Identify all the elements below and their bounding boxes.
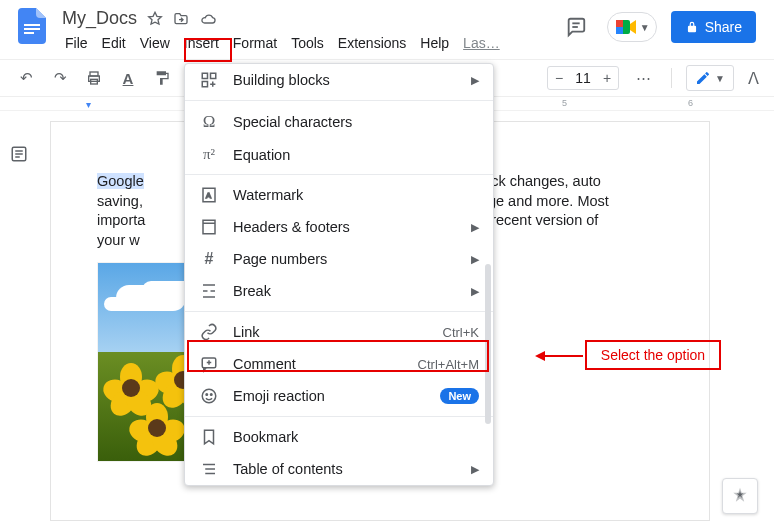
spellcheck-icon[interactable]: A: [114, 64, 142, 92]
menu-item-page-numbers[interactable]: #Page numbers▶: [185, 243, 493, 275]
meet-button[interactable]: ▼: [607, 12, 657, 42]
editing-mode-button[interactable]: ▼: [686, 65, 734, 91]
menu-insert[interactable]: Insert: [177, 32, 226, 54]
svg-rect-6: [616, 20, 623, 27]
menu-item-label: Headers & footers: [233, 219, 457, 235]
font-size-decrease[interactable]: −: [548, 67, 570, 89]
menu-item-label: Bookmark: [233, 429, 479, 445]
svg-rect-15: [202, 73, 207, 78]
lock-icon: [685, 20, 699, 34]
ruler-mark: 6: [688, 98, 693, 108]
svg-rect-0: [24, 24, 40, 26]
menu-edit[interactable]: Edit: [95, 32, 133, 54]
emoji-icon: [199, 387, 219, 405]
menu-item-label: Watermark: [233, 187, 479, 203]
submenu-arrow-icon: ▶: [471, 74, 479, 87]
undo-icon[interactable]: ↶: [12, 64, 40, 92]
menubar: FileEditViewInsertFormatToolsExtensionsH…: [58, 31, 559, 55]
menu-item-building-blocks[interactable]: Building blocks▶: [185, 64, 493, 96]
star-icon[interactable]: [147, 11, 163, 27]
move-icon[interactable]: [173, 11, 189, 27]
svg-text:A: A: [206, 191, 211, 200]
submenu-arrow-icon: ▶: [471, 221, 479, 234]
menu-separator: [185, 174, 493, 175]
font-size-control: − 11 +: [547, 66, 619, 90]
chevron-down-icon: ▼: [640, 22, 650, 33]
menu-item-label: Break: [233, 283, 457, 299]
shortcut-label: Ctrl+Alt+M: [418, 357, 479, 372]
ruler-mark: 5: [562, 98, 567, 108]
docs-logo[interactable]: [12, 6, 52, 46]
bookmark-icon: [199, 428, 219, 446]
explore-button[interactable]: [722, 478, 758, 514]
redo-icon[interactable]: ↷: [46, 64, 74, 92]
more-icon[interactable]: ⋯: [629, 64, 657, 92]
shortcut-label: Ctrl+K: [443, 325, 479, 340]
svg-point-25: [202, 389, 216, 403]
menu-view[interactable]: View: [133, 32, 177, 54]
menu-item-special-characters[interactable]: ΩSpecial characters: [185, 105, 493, 139]
svg-point-26: [206, 394, 208, 396]
menu-item-link[interactable]: LinkCtrl+K: [185, 316, 493, 348]
comment-history-icon[interactable]: [559, 10, 593, 44]
menu-item-watermark[interactable]: AWatermark: [185, 179, 493, 211]
svg-rect-20: [203, 220, 215, 234]
omega-icon: Ω: [199, 112, 219, 132]
menu-separator: [185, 311, 493, 312]
water-icon: A: [199, 186, 219, 204]
cloud-icon[interactable]: [199, 11, 217, 27]
menu-item-label: Page numbers: [233, 251, 457, 267]
menu-item-label: Building blocks: [233, 72, 457, 88]
menu-item-comment[interactable]: CommentCtrl+Alt+M: [185, 348, 493, 380]
doc-title[interactable]: My_Docs: [62, 8, 137, 29]
break-icon: [199, 282, 219, 300]
svg-rect-17: [202, 82, 207, 87]
meet-icon: [614, 17, 638, 37]
menu-item-label: Special characters: [233, 114, 479, 130]
menu-tools[interactable]: Tools: [284, 32, 331, 54]
outline-icon[interactable]: [8, 143, 30, 165]
insert-menu-dropdown: Building blocks▶ΩSpecial charactersπ²Equ…: [184, 63, 494, 486]
pi-icon: π²: [199, 146, 219, 163]
menu-item-bookmark[interactable]: Bookmark: [185, 421, 493, 453]
hash-icon: #: [199, 250, 219, 268]
svg-rect-1: [24, 28, 40, 30]
menu-extensions[interactable]: Extensions: [331, 32, 413, 54]
menu-item-table-of-contents[interactable]: Table of contents▶: [185, 453, 493, 485]
new-badge: New: [440, 388, 479, 404]
annotation-arrow-head: [535, 351, 545, 361]
menu-separator: [185, 416, 493, 417]
menu-item-label: Emoji reaction: [233, 388, 426, 404]
svg-rect-16: [211, 73, 216, 78]
submenu-arrow-icon: ▶: [471, 253, 479, 266]
menu-item-headers-footers[interactable]: Headers & footers▶: [185, 211, 493, 243]
menu-item-label: Comment: [233, 356, 404, 372]
menu-item-equation[interactable]: π²Equation: [185, 139, 493, 170]
menu-item-emoji-reaction[interactable]: Emoji reactionNew: [185, 380, 493, 412]
annotation-arrow: [545, 355, 583, 357]
comment-icon: [199, 355, 219, 373]
font-size-increase[interactable]: +: [596, 67, 618, 89]
print-icon[interactable]: [80, 64, 108, 92]
menu-help[interactable]: Help: [413, 32, 456, 54]
menu-separator: [185, 100, 493, 101]
svg-point-27: [211, 394, 213, 396]
toc-icon: [199, 460, 219, 478]
menu-item-label: Equation: [233, 147, 479, 163]
share-button[interactable]: Share: [671, 11, 756, 43]
indent-marker[interactable]: ▾: [86, 99, 91, 110]
submenu-arrow-icon: ▶: [471, 463, 479, 476]
link-icon: [199, 323, 219, 341]
menu-item-label: Table of contents: [233, 461, 457, 477]
blocks-icon: [199, 71, 219, 89]
header-icon: [199, 218, 219, 236]
menu-item-label: Link: [233, 324, 429, 340]
paint-format-icon[interactable]: [148, 64, 176, 92]
collapse-toolbar-icon[interactable]: ᐱ: [744, 65, 762, 91]
submenu-arrow-icon: ▶: [471, 285, 479, 298]
font-size-value[interactable]: 11: [570, 70, 596, 86]
menu-item-break[interactable]: Break▶: [185, 275, 493, 307]
menu-format[interactable]: Format: [226, 32, 284, 54]
menu-las[interactable]: Las…: [456, 32, 507, 54]
menu-file[interactable]: File: [58, 32, 95, 54]
